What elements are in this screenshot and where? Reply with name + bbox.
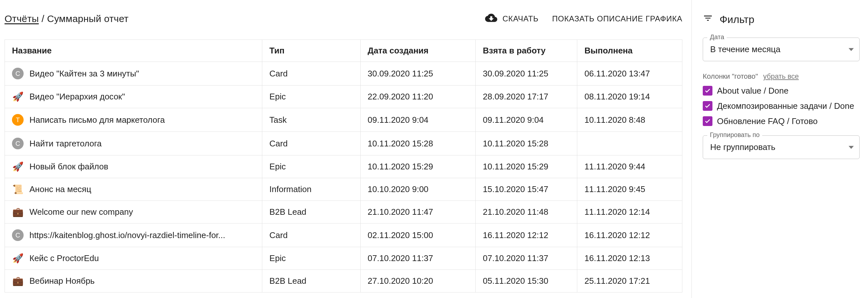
date-field-label: Дата <box>707 33 727 41</box>
row-created: 30.09.2020 11:25 <box>360 62 475 85</box>
rocket-icon: 🚀 <box>12 161 24 172</box>
group-select[interactable]: Не группировать <box>703 135 860 159</box>
row-type: Card <box>262 132 361 156</box>
row-created: 22.09.2020 11:20 <box>360 85 475 108</box>
rocket-icon: 🚀 <box>12 91 24 102</box>
row-name: Welcome our new company <box>29 207 133 217</box>
row-name: Анонс на месяц <box>29 184 91 194</box>
table-row[interactable]: 🚀Новый блок файловEpic10.11.2020 15:2910… <box>5 156 682 178</box>
row-done: 11.11.2020 9:44 <box>577 156 682 178</box>
download-label: СКАЧАТЬ <box>502 14 539 23</box>
row-started: 28.09.2020 17:17 <box>476 85 577 108</box>
table-row[interactable]: Сhttps://kaitenblog.ghost.io/novyi-razdi… <box>5 223 682 247</box>
scroll-icon: 📜 <box>12 184 24 195</box>
row-type: B2B Lead <box>262 270 361 293</box>
row-started: 10.11.2020 15:28 <box>476 132 577 156</box>
row-done: 16.11.2020 12:12 <box>577 223 682 247</box>
group-select-value: Не группировать <box>710 142 776 152</box>
date-select-value: В течение месяца <box>710 44 780 54</box>
row-started: 05.11.2020 15:30 <box>476 270 577 293</box>
row-started: 21.10.2020 11:48 <box>476 201 577 223</box>
row-name: Вебинар Ноябрь <box>29 276 95 286</box>
table-row[interactable]: 💼Welcome our new companyB2B Lead21.10.20… <box>5 201 682 223</box>
filter-checkbox-row[interactable]: About value / Done <box>703 85 860 97</box>
filter-icon <box>703 13 713 26</box>
table-row[interactable]: 💼Вебинар НоябрьB2B Lead27.10.2020 10:200… <box>5 270 682 293</box>
briefcase-icon: 💼 <box>12 207 24 217</box>
card-avatar-icon: С <box>12 68 24 79</box>
toggle-description-button[interactable]: ПОКАЗАТЬ ОПИСАНИЕ ГРАФИКА <box>552 14 682 23</box>
row-started: 10.11.2020 15:29 <box>476 156 577 178</box>
col-header-type[interactable]: Тип <box>262 40 361 62</box>
col-header-name[interactable]: Название <box>5 40 262 62</box>
row-name: Новый блок файлов <box>29 162 108 172</box>
group-field-label: Группировать по <box>707 131 762 139</box>
card-avatar-icon: С <box>12 138 24 149</box>
checkbox-label: About value / Done <box>717 85 788 97</box>
cloud-download-icon <box>485 12 497 26</box>
row-created: 09.11.2020 9:04 <box>360 108 475 132</box>
checkbox-label: Обновление FAQ / Готово <box>717 116 817 127</box>
row-started: 30.09.2020 11:25 <box>476 62 577 85</box>
checkbox-checked-icon[interactable] <box>703 101 712 111</box>
row-created: 27.10.2020 10:20 <box>360 270 475 293</box>
rocket-icon: 🚀 <box>12 253 24 264</box>
checkbox-checked-icon[interactable] <box>703 116 712 126</box>
toggle-description-label: ПОКАЗАТЬ ОПИСАНИЕ ГРАФИКА <box>552 14 682 23</box>
row-started: 15.10.2020 15:47 <box>476 178 577 201</box>
filter-checkbox-row[interactable]: Декомпозированные задачи / Done <box>703 101 860 112</box>
row-created: 07.10.2020 11:37 <box>360 247 475 270</box>
row-name: Кейс с ProctorEdu <box>29 253 99 263</box>
checkbox-checked-icon[interactable] <box>703 86 712 96</box>
done-columns-label: Колонки "готово" <box>703 72 758 81</box>
row-created: 10.11.2020 15:28 <box>360 132 475 156</box>
filter-checkbox-row[interactable]: Обновление FAQ / Готово <box>703 116 860 127</box>
col-header-done[interactable]: Выполнена <box>577 40 682 62</box>
breadcrumb-current: Суммарный отчет <box>47 13 129 24</box>
row-done: 11.11.2020 9:45 <box>577 178 682 201</box>
clear-all-link[interactable]: убрать все <box>763 72 799 81</box>
breadcrumb-sep: / <box>39 13 47 24</box>
card-avatar-icon: С <box>12 229 24 241</box>
col-header-started[interactable]: Взята в работу <box>476 40 577 62</box>
row-type: Information <box>262 178 361 201</box>
row-type: Epic <box>262 247 361 270</box>
checkbox-label: Декомпозированные задачи / Done <box>717 101 854 112</box>
row-type: B2B Lead <box>262 201 361 223</box>
row-type: Card <box>262 62 361 85</box>
table-row[interactable]: СВидео "Кайтен за 3 минуты"Card30.09.202… <box>5 62 682 85</box>
row-done: 08.11.2020 19:14 <box>577 85 682 108</box>
filter-sidebar: Фильтр Дата В течение месяца Колонки "го… <box>691 0 868 298</box>
chevron-down-icon <box>848 48 854 51</box>
row-name: Видео "Кайтен за 3 минуты" <box>29 69 139 79</box>
row-done: 06.11.2020 13:47 <box>577 62 682 85</box>
row-done: 25.11.2020 17:21 <box>577 270 682 293</box>
row-done: 11.11.2020 12:14 <box>577 201 682 223</box>
row-done <box>577 132 682 156</box>
row-started: 09.11.2020 9:04 <box>476 108 577 132</box>
breadcrumb-root-link[interactable]: Отчёты <box>4 13 39 24</box>
row-started: 07.10.2020 11:37 <box>476 247 577 270</box>
col-header-created[interactable]: Дата создания <box>360 40 475 62</box>
row-type: Card <box>262 223 361 247</box>
table-row[interactable]: 📜Анонс на месяцInformation10.10.2020 9:0… <box>5 178 682 201</box>
table-row[interactable]: 🚀Видео "Иерархия досок"Epic22.09.2020 11… <box>5 85 682 108</box>
briefcase-icon: 💼 <box>12 276 24 286</box>
task-avatar-icon: Т <box>12 114 24 126</box>
breadcrumb: Отчёты / Суммарный отчет <box>4 13 129 24</box>
row-name: Найти таргетолога <box>29 139 101 149</box>
download-button[interactable]: СКАЧАТЬ <box>485 12 539 26</box>
row-started: 16.11.2020 12:12 <box>476 223 577 247</box>
row-name: https://kaitenblog.ghost.io/novyi-razdie… <box>29 230 225 240</box>
row-created: 21.10.2020 11:47 <box>360 201 475 223</box>
row-created: 10.10.2020 9:00 <box>360 178 475 201</box>
table-row[interactable]: 🚀Кейс с ProctorEduEpic07.10.2020 11:3707… <box>5 247 682 270</box>
row-type: Epic <box>262 156 361 178</box>
row-done: 10.11.2020 8:48 <box>577 108 682 132</box>
filter-title: Фильтр <box>719 13 754 26</box>
row-type: Epic <box>262 85 361 108</box>
table-row[interactable]: ТНаписать письмо для маркетологаTask09.1… <box>5 108 682 132</box>
table-row[interactable]: СНайти таргетологаCard10.11.2020 15:2810… <box>5 132 682 156</box>
date-select[interactable]: В течение месяца <box>703 37 860 61</box>
row-type: Task <box>262 108 361 132</box>
